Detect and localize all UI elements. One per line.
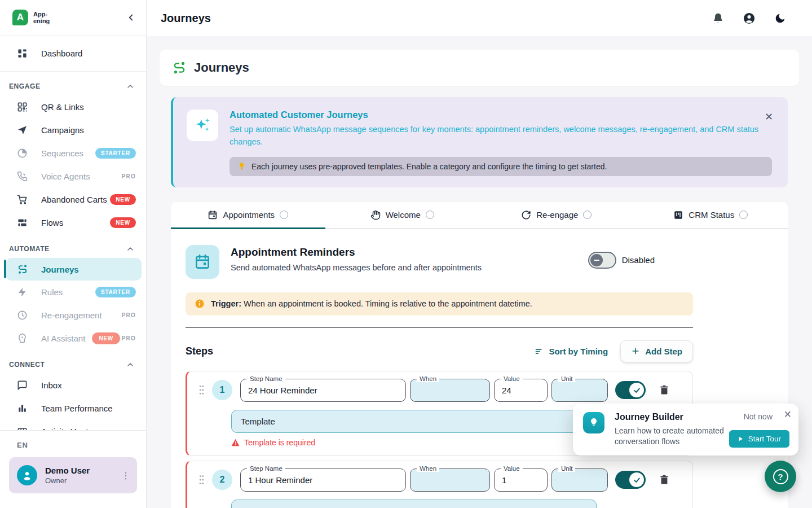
sidebar-collapse-button[interactable] xyxy=(126,12,136,23)
sidebar-item-voice-agents[interactable]: Voice Agents PRO xyxy=(0,165,146,188)
account-icon[interactable] xyxy=(743,12,756,25)
unit-select[interactable]: Unit xyxy=(551,379,608,402)
template-select[interactable]: Template xyxy=(231,410,597,433)
add-step-button[interactable]: Add Step xyxy=(620,340,693,362)
popup-close-icon[interactable]: ✕ xyxy=(784,409,792,421)
lightbulb-icon xyxy=(583,412,604,433)
tab-appointments[interactable]: Appointments xyxy=(171,202,325,228)
sidebar-item-campaigns[interactable]: Campaigns xyxy=(0,119,146,142)
tab-welcome[interactable]: Welcome xyxy=(325,202,480,228)
step-toggle[interactable] xyxy=(615,381,646,399)
sidebar-item-inbox[interactable]: Inbox xyxy=(0,374,146,397)
sidebar-nav: Dashboard ENGAGE QR & Links Campaigns Se… xyxy=(0,36,146,430)
new-badge: NEW xyxy=(92,332,120,344)
route-icon xyxy=(17,264,28,275)
sidebar-item-abandoned-carts[interactable]: Abandoned Carts NEW xyxy=(0,188,146,211)
category-tabs: Appointments Welcome Re-engage CRM Statu… xyxy=(171,202,788,229)
kebab-menu-icon[interactable]: ⋮ xyxy=(121,470,130,481)
tab-status-circle xyxy=(426,211,434,219)
user-card[interactable]: Demo User Owner ⋮ xyxy=(9,457,137,493)
sidebar-item-ai-assistant[interactable]: AI Assistant NEW PRO xyxy=(0,327,146,350)
delete-step-icon[interactable] xyxy=(659,384,670,396)
logo-row: A App- ening xyxy=(0,0,146,36)
tab-crm-status[interactable]: CRM Status xyxy=(634,202,788,228)
drag-handle-icon[interactable] xyxy=(198,384,205,396)
dashboard-icon xyxy=(17,48,28,59)
step-name-input[interactable] xyxy=(248,475,398,485)
step-name-field[interactable]: Step Name xyxy=(240,379,406,402)
step-number: 1 xyxy=(212,380,232,400)
banner-title: Automated Customer Journeys xyxy=(230,110,772,120)
qr-code-icon xyxy=(17,102,28,113)
help-button[interactable]: ? xyxy=(765,461,796,492)
sort-by-timing-button[interactable]: Sort by Timing xyxy=(534,347,608,356)
when-select[interactable]: When xyxy=(410,468,490,492)
app-logo-text: App- ening xyxy=(33,11,50,24)
sidebar-item-activity-heatmap[interactable]: Activity Heatmap xyxy=(0,420,146,430)
start-tour-button[interactable]: Start Tour xyxy=(729,430,789,448)
category-description: Send automated WhatsApp messages before … xyxy=(231,263,482,272)
category-header: Appointment Reminders Send automated Wha… xyxy=(171,229,788,279)
not-now-button[interactable]: Not now xyxy=(744,412,773,421)
sparkles-icon xyxy=(187,110,218,141)
sort-icon xyxy=(534,347,544,356)
banner-close-icon[interactable]: ✕ xyxy=(765,112,773,122)
chevron-left-icon xyxy=(126,12,136,23)
bar-chart-icon xyxy=(17,403,28,414)
template-select[interactable]: Template xyxy=(231,500,597,508)
sidebar-item-rules[interactable]: Rules STARTER xyxy=(0,281,146,304)
phone-icon xyxy=(17,171,28,182)
topbar-title: Journeys xyxy=(161,12,211,25)
sidebar-item-sequences[interactable]: Sequences STARTER xyxy=(0,142,146,165)
sidebar-item-dashboard[interactable]: Dashboard xyxy=(0,42,146,65)
value-input[interactable] xyxy=(502,475,540,485)
step-name-input[interactable] xyxy=(248,386,398,395)
pro-tag: PRO xyxy=(122,335,136,341)
app-logo-icon: A xyxy=(12,10,28,25)
chevron-up-icon xyxy=(126,82,135,91)
warning-icon xyxy=(231,439,240,446)
category-toggle[interactable] xyxy=(588,252,616,269)
journeys-panel: Appointments Welcome Re-engage CRM Statu… xyxy=(171,202,788,508)
tab-re-engage[interactable]: Re-engage xyxy=(479,202,634,228)
section-header-connect[interactable]: CONNECT xyxy=(0,356,146,374)
ai-assistant-icon xyxy=(17,333,28,344)
sidebar-item-label: Dashboard xyxy=(41,49,82,58)
kanban-icon xyxy=(673,210,683,220)
new-badge: NEW xyxy=(110,217,136,228)
pro-tag: PRO xyxy=(122,312,136,318)
sidebar-item-qr-links[interactable]: QR & Links xyxy=(0,95,146,119)
when-select[interactable]: When xyxy=(410,379,490,402)
check-icon xyxy=(633,476,641,484)
sidebar: A App- ening Dashboard ENGAGE QR & Links xyxy=(0,0,147,508)
new-badge: NEW xyxy=(110,194,136,205)
send-icon xyxy=(17,125,28,136)
page-title: Journeys xyxy=(194,60,249,75)
step-toggle[interactable] xyxy=(615,471,646,489)
play-icon xyxy=(738,436,744,442)
sidebar-item-re-engagement[interactable]: Re-engagement PRO xyxy=(0,304,146,327)
avatar xyxy=(17,465,37,485)
section-header-engage[interactable]: ENGAGE xyxy=(0,77,146,95)
section-header-automate[interactable]: AUTOMATE xyxy=(0,240,146,258)
toggle-status-label: Disabled xyxy=(622,255,655,265)
step-name-field[interactable]: Step Name xyxy=(240,468,406,492)
dark-mode-moon-icon[interactable] xyxy=(774,12,786,24)
sidebar-item-flows[interactable]: Flows NEW xyxy=(0,211,146,234)
category-title: Appointment Reminders xyxy=(231,246,482,259)
sidebar-item-team-performance[interactable]: Team Performance xyxy=(0,397,146,420)
step-card-2: 2 Step Name When Value xyxy=(186,461,693,508)
route-icon xyxy=(172,60,187,75)
toggle-knob xyxy=(629,472,644,487)
starter-badge: STARTER xyxy=(95,148,136,159)
delete-step-icon[interactable] xyxy=(659,474,670,485)
value-input[interactable] xyxy=(502,386,540,395)
sidebar-item-journeys[interactable]: Journeys xyxy=(6,258,142,281)
drag-handle-icon[interactable] xyxy=(198,474,205,485)
plus-icon xyxy=(631,347,640,356)
unit-select[interactable]: Unit xyxy=(551,468,608,492)
language-selector[interactable]: EN xyxy=(9,441,137,457)
value-field[interactable]: Value xyxy=(494,379,548,402)
notifications-bell-icon[interactable] xyxy=(712,12,724,24)
value-field[interactable]: Value xyxy=(494,468,548,492)
